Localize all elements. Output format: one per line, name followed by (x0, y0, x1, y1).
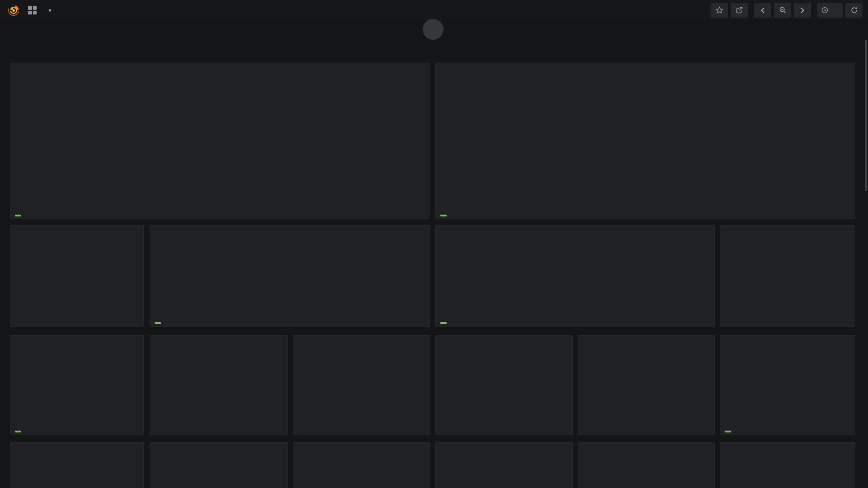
panel-title[interactable] (10, 225, 143, 237)
star-dashboard-button[interactable] (711, 3, 728, 18)
panel-batterie-spannung-chart (150, 225, 430, 327)
chart-legend (15, 215, 29, 216)
top-navbar: ▼ (0, 0, 868, 20)
star-icon (716, 6, 723, 14)
panel-batterie-spannung-gauge (578, 335, 715, 435)
legend-color-dash (15, 215, 21, 216)
solar-spannung-chart[interactable] (437, 75, 854, 207)
refresh-icon (850, 6, 858, 14)
panel-title[interactable] (294, 442, 429, 454)
batterie-spannung-chart[interactable] (151, 237, 429, 314)
aktueller-verbrauch-chart[interactable] (437, 237, 713, 314)
clock-icon (821, 7, 828, 14)
grafana-logo[interactable] (7, 4, 20, 17)
panel-solar-produktion-tag (293, 335, 430, 435)
panel-aktueller-verbrauch-ampere (720, 225, 855, 327)
batterie-ladung-gauge (150, 347, 288, 435)
panel-produktion-monat (293, 442, 430, 488)
grid-icon (28, 5, 37, 15)
panel-title[interactable] (436, 442, 572, 454)
panel-solar-spannung-volt (435, 63, 855, 219)
chevron-left-icon (760, 7, 766, 14)
panel-title[interactable] (578, 336, 714, 347)
chevron-down-icon: ▼ (47, 8, 52, 13)
chart-legend (155, 322, 169, 324)
share-icon (736, 6, 743, 14)
legend-color-dash (15, 431, 21, 432)
panel-verbrauch-jahr (578, 442, 715, 488)
panel-title[interactable] (720, 442, 855, 454)
panel-title[interactable] (436, 63, 855, 75)
panel-produktion-jahr (150, 442, 288, 488)
share-dashboard-button[interactable] (731, 3, 748, 18)
legend-color-dash (725, 431, 731, 432)
verbrauch-ampere-gauge (720, 237, 855, 326)
solar-produktion-chart[interactable] (11, 75, 428, 207)
batterie-temperatur-chart[interactable] (11, 347, 142, 423)
panel-title[interactable] (150, 225, 429, 237)
chart-legend (440, 215, 454, 216)
panel-title[interactable] (436, 225, 714, 237)
navbar-actions (708, 3, 863, 18)
panel-solar-produktion-watt (10, 63, 429, 219)
panel-title[interactable] (10, 336, 143, 347)
solar-produktion-gauge (10, 237, 143, 326)
panel-title[interactable] (436, 336, 572, 347)
dashboard-title-dropdown[interactable]: ▼ (44, 8, 52, 13)
time-shift-forward-button[interactable] (794, 3, 811, 18)
time-range-picker[interactable] (817, 3, 843, 18)
chart-legend (440, 322, 454, 324)
panel-title[interactable] (150, 442, 288, 454)
legend-color-dash (440, 215, 447, 216)
scrollbar-thumb[interactable] (865, 40, 867, 191)
batterie-spannung-gauge (578, 347, 714, 435)
close-button[interactable] (423, 19, 443, 40)
panel-produktion-gesamt (10, 442, 144, 488)
panel-title[interactable] (294, 336, 429, 347)
epsolar-temperatur-chart[interactable] (721, 347, 854, 423)
panel-aktueller-verbrauch-watt (435, 225, 715, 327)
panel-verbrauch-gesamt (435, 442, 573, 488)
chevron-right-icon (799, 7, 806, 14)
legend-color-dash (440, 322, 447, 324)
panel-batterie-ladung-gauge (150, 335, 288, 435)
grafana-logo-icon (7, 4, 20, 17)
panel-verbrauch-monat (720, 442, 855, 488)
panel-title[interactable] (720, 336, 855, 347)
chart-legend (725, 431, 739, 432)
time-shift-back-button[interactable] (754, 3, 771, 18)
panel-title[interactable] (150, 336, 288, 347)
panel-title[interactable] (10, 442, 143, 454)
stat-sparkline (294, 347, 429, 435)
chart-legend (15, 431, 29, 432)
zoom-out-icon (779, 6, 787, 14)
dashboards-grid-icon[interactable] (24, 3, 40, 18)
stat-sparkline (436, 347, 572, 435)
legend-color-dash (155, 322, 161, 324)
panel-title[interactable] (578, 442, 714, 454)
panel-batterie-temperatur (10, 335, 144, 435)
panel-solar-produktion-gauge (10, 225, 144, 327)
panel-verbrauch-tag (435, 335, 573, 435)
refresh-dashboard-button[interactable] (845, 3, 863, 18)
zoom-out-button[interactable] (774, 3, 791, 18)
panel-title[interactable] (10, 63, 429, 75)
panel-title[interactable] (720, 225, 855, 237)
panel-epsolar-temperatur (720, 335, 855, 435)
